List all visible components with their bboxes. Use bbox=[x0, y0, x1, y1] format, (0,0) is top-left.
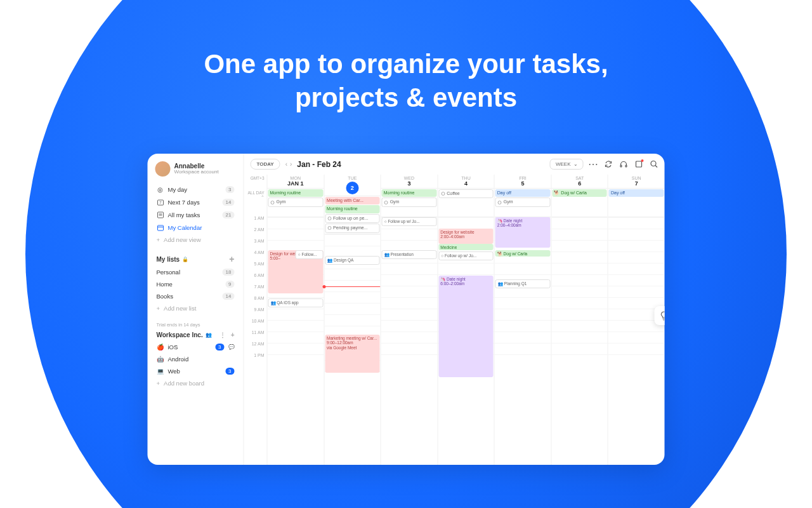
calendar-event[interactable]: Medicine bbox=[438, 244, 494, 250]
hours-area[interactable] bbox=[608, 217, 665, 465]
chevron-up-icon[interactable]: ⌃ bbox=[261, 195, 265, 199]
calendar-event[interactable]: Design for website2:00–4:00am bbox=[438, 229, 494, 244]
board-ios[interactable]: 🍎 iOS 3 💬 bbox=[153, 341, 239, 353]
allday-area[interactable]: Morning routineGym bbox=[268, 188, 324, 217]
calendar-event[interactable]: Follow up on pe... bbox=[325, 214, 380, 223]
my-lists-header: My lists 🔒 + bbox=[153, 252, 239, 266]
calendar-event[interactable]: Day off bbox=[495, 189, 551, 197]
hours-area[interactable]: ○ Follow up w/ Jo...👥 Presentation bbox=[381, 217, 438, 465]
view-label: WEEK bbox=[556, 161, 571, 167]
hours-area[interactable]: Design for website5:00–○ Follow...👥 QA i… bbox=[268, 217, 324, 465]
today-button[interactable]: TODAY bbox=[251, 159, 280, 170]
calendar-event[interactable]: Morning routine bbox=[268, 189, 324, 197]
nav-my-day[interactable]: ◎ My day 3 bbox=[153, 183, 239, 196]
calendar-event[interactable]: 🦄 Date night6:00–2:00am bbox=[438, 276, 494, 377]
allday-area[interactable]: Meeting with Car...Morning routineFollow… bbox=[324, 196, 381, 234]
calendar-event[interactable]: 👥 Presentation bbox=[382, 250, 437, 259]
checkbox-icon[interactable] bbox=[498, 201, 502, 204]
calendar-event[interactable]: Pending payme... bbox=[325, 224, 380, 232]
allday-area[interactable]: Morning routineGym bbox=[381, 188, 438, 217]
list-personal[interactable]: Personal 18 bbox=[153, 266, 239, 278]
calendar-event[interactable]: Morning routine bbox=[325, 205, 380, 213]
list-icon bbox=[157, 211, 164, 218]
list-home[interactable]: Home 9 bbox=[153, 278, 239, 290]
calendar-event[interactable]: Gym bbox=[495, 197, 551, 206]
calendar-event[interactable]: Marketing meeting w/ Car...9:00–12:00amv… bbox=[325, 335, 380, 373]
list-books[interactable]: Books 14 bbox=[153, 290, 239, 302]
day-column[interactable]: SAT6🐕 Dog w/ Carla bbox=[551, 175, 608, 465]
checkbox-icon[interactable] bbox=[327, 217, 331, 220]
nav-my-calendar[interactable]: My Calendar bbox=[153, 221, 239, 234]
next-arrow[interactable]: › bbox=[290, 161, 292, 168]
more-icon[interactable]: ⋯ bbox=[589, 160, 598, 169]
day-column[interactable]: FRI5Day offGym🦄 Date night2:00–4:00am🐕 D… bbox=[494, 175, 551, 465]
sync-icon[interactable] bbox=[604, 160, 613, 169]
hours-area[interactable] bbox=[551, 217, 608, 465]
calendar-event[interactable]: 👥 QA iOS app bbox=[268, 298, 324, 307]
checkbox-icon[interactable] bbox=[327, 226, 331, 230]
calendar-event[interactable]: 👥 Design QA bbox=[325, 256, 380, 265]
more-icon[interactable]: ⋮ bbox=[219, 331, 226, 338]
day-header: SAT6 bbox=[551, 175, 608, 188]
user-profile[interactable]: Annabelle Workspace account bbox=[153, 160, 239, 178]
calendar-event[interactable]: 🐕 Dog w/ Carla bbox=[552, 189, 607, 197]
allday-area[interactable]: 🐕 Dog w/ Carla bbox=[551, 188, 608, 217]
calendar-event[interactable]: Day off bbox=[609, 189, 664, 197]
nav-all-tasks[interactable]: All my tasks 21 bbox=[153, 208, 239, 221]
count-badge: 14 bbox=[223, 199, 235, 206]
calendar-event[interactable]: Gym bbox=[382, 197, 437, 206]
add-list-plus[interactable]: + bbox=[229, 255, 234, 264]
workspace-header[interactable]: Workspace Inc. 👥 ⋮ + bbox=[153, 329, 239, 341]
calendar-event[interactable]: Morning routine bbox=[382, 189, 437, 197]
hour-label: 10 AM bbox=[244, 318, 265, 329]
day-number: 2 bbox=[346, 182, 358, 194]
calendar-event[interactable]: 👥 Planning Q1 bbox=[495, 279, 551, 288]
day-header: SUN7 bbox=[608, 175, 665, 188]
hour-label: 5 AM bbox=[244, 260, 265, 272]
add-board-plus[interactable]: + bbox=[231, 331, 235, 338]
day-column[interactable]: MONJAN 1Morning routineGymDesign for web… bbox=[267, 175, 324, 465]
add-new-list[interactable]: + Add new list bbox=[153, 302, 239, 314]
allday-area[interactable]: Day offGym bbox=[495, 188, 551, 217]
calendar-event[interactable]: ○ Follow up w/ Jo... bbox=[382, 217, 437, 226]
notification-icon[interactable] bbox=[634, 160, 643, 169]
hour-label: 1 PM bbox=[244, 352, 265, 363]
calendar-event[interactable]: ○ Follow... bbox=[296, 250, 323, 259]
hours-area[interactable]: 👥 Design QAMarketing meeting w/ Car...9:… bbox=[324, 234, 381, 465]
day-column[interactable]: WED3Morning routineGym○ Follow up w/ Jo.… bbox=[381, 175, 438, 465]
calendar-event[interactable]: ○ Follow up w/ Jo... bbox=[438, 251, 494, 260]
hint-bulb-button[interactable] bbox=[655, 306, 665, 325]
hours-area[interactable]: 🦄 Date night2:00–4:00am🐕 Dog w/ Carla👥 P… bbox=[495, 217, 551, 465]
add-new-board[interactable]: + Add new board bbox=[153, 377, 239, 389]
checkbox-icon[interactable] bbox=[271, 201, 275, 204]
calendar-topbar: TODAY ‹ › Jan - Feb 24 WEEK ⌄ ⋯ bbox=[244, 154, 665, 175]
hours-area[interactable]: Design for website2:00–4:00amMedicine○ F… bbox=[438, 217, 494, 465]
calendar-event[interactable]: Meeting with Car... bbox=[325, 197, 380, 204]
checkbox-icon[interactable] bbox=[384, 201, 388, 204]
prev-arrow[interactable]: ‹ bbox=[285, 161, 287, 168]
chevron-down-icon: ⌄ bbox=[573, 161, 578, 167]
add-new-view[interactable]: + Add new view bbox=[153, 234, 239, 246]
checkbox-icon[interactable] bbox=[441, 192, 445, 196]
headphones-icon[interactable] bbox=[619, 160, 628, 169]
day-of-week: MON bbox=[268, 176, 324, 180]
board-web[interactable]: 💻 Web 3 bbox=[153, 365, 239, 377]
day-column[interactable]: THU4CoffeeDesign for website2:00–4:00amM… bbox=[437, 175, 494, 465]
day-column[interactable]: TUE2Meeting with Car...Morning routineFo… bbox=[324, 175, 381, 465]
search-icon[interactable] bbox=[650, 160, 658, 169]
nav-label: Next 7 days bbox=[168, 199, 200, 206]
svg-point-10 bbox=[651, 161, 656, 166]
view-selector[interactable]: WEEK ⌄ bbox=[550, 159, 584, 170]
calendar-event[interactable]: Coffee bbox=[438, 189, 494, 198]
count-badge: 21 bbox=[223, 211, 235, 218]
calendar-event[interactable]: 🦄 Date night2:00–4:00am bbox=[495, 217, 551, 248]
calendar-event[interactable]: 🐕 Dog w/ Carla bbox=[495, 250, 551, 257]
calendar-event[interactable]: Gym bbox=[268, 197, 324, 206]
count-badge: 3 bbox=[225, 186, 234, 193]
add-label: Add new list bbox=[164, 305, 196, 312]
board-android[interactable]: 🤖 Android bbox=[153, 353, 239, 365]
allday-area[interactable]: Coffee bbox=[438, 188, 494, 217]
allday-area[interactable]: Day off bbox=[608, 188, 665, 217]
nav-next-7-days[interactable]: 7 Next 7 days 14 bbox=[153, 196, 239, 208]
timezone-label: GMT+3 bbox=[244, 175, 265, 182]
